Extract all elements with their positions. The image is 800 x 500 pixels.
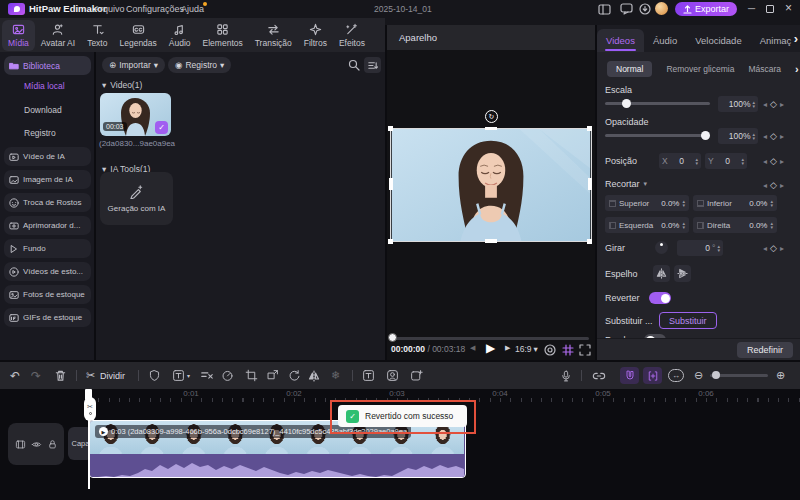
flip-vertical-button[interactable] <box>674 265 691 282</box>
tab-audio-inspector[interactable]: Áudio <box>644 29 686 52</box>
reverter-toggle[interactable] <box>649 292 671 304</box>
speed-icon[interactable] <box>221 367 234 384</box>
text-frame-icon[interactable] <box>362 367 375 384</box>
tab-transicao[interactable]: Transição <box>249 20 298 51</box>
freeze-frame-icon[interactable]: ❄ <box>331 367 340 384</box>
tab-elementos[interactable]: Elementos <box>197 20 249 51</box>
layout-panels-icon[interactable] <box>597 3 611 15</box>
crop-direita-field[interactable]: Direita 0.0% ▴▾ <box>693 217 777 233</box>
posicao-x-field[interactable]: X0 ▴▾ <box>659 153 701 169</box>
marker-icon[interactable] <box>148 367 161 384</box>
escala-value[interactable]: 100% ▴▾ <box>718 96 758 112</box>
zoom-out-icon[interactable]: ⊖ <box>694 367 703 384</box>
opacidade-slider[interactable] <box>605 134 710 137</box>
link-clips-icon[interactable] <box>592 367 606 384</box>
escala-slider-knob[interactable] <box>622 99 631 108</box>
import-button[interactable]: ⊕ Importar ▾ <box>102 57 165 73</box>
sidebar-item-aprimorador[interactable]: Aprimorador d... <box>4 216 91 235</box>
add-frame-icon[interactable] <box>410 367 423 384</box>
tabs-overflow-chevron[interactable]: › <box>794 31 798 46</box>
handle-top[interactable] <box>485 127 497 131</box>
snapshot-icon[interactable] <box>544 344 556 356</box>
subtab-mascara[interactable]: Máscara <box>748 64 781 74</box>
sort-list-icon[interactable] <box>364 57 381 73</box>
aspect-ratio-dropdown[interactable]: 16:9 ▾ <box>515 344 538 354</box>
track-lock-icon[interactable] <box>47 439 58 450</box>
crop-icon[interactable] <box>245 367 258 384</box>
handle-bottom-right[interactable] <box>587 239 592 244</box>
sidebar-item-gifs-estoque[interactable]: GIFs de estoque <box>4 308 91 327</box>
tab-audio[interactable]: Áudio <box>163 20 197 51</box>
sidebar-item-troca-rostos[interactable]: Troca de Rostos <box>4 193 91 212</box>
mirror-clip-icon[interactable] <box>308 367 320 384</box>
avatar-sticker-icon[interactable] <box>386 367 399 384</box>
recortar-keyframe[interactable]: ◂◇▸ <box>763 180 784 190</box>
playhead-split-handle[interactable]: ✂ <box>84 397 96 421</box>
microphone-icon[interactable] <box>560 367 572 384</box>
escala-slider[interactable] <box>605 102 710 105</box>
tab-midia[interactable]: Mídia <box>2 20 35 51</box>
sidebar-item-biblioteca[interactable]: Biblioteca <box>4 56 91 75</box>
subtabs-overflow-chevron[interactable]: › <box>795 63 799 75</box>
opacidade-keyframe[interactable]: ◂◇▸ <box>763 131 784 141</box>
timeline-zoom-slider[interactable] <box>710 374 768 377</box>
rotate-handle[interactable]: ↻ <box>485 110 498 123</box>
tab-avatar-ai[interactable]: Avatar AI <box>35 20 81 51</box>
girar-dial[interactable] <box>655 241 668 254</box>
scissors-icon[interactable]: ✂ <box>86 367 95 384</box>
export-button[interactable]: Exportar <box>675 2 737 16</box>
preview-video-frame[interactable] <box>390 128 592 242</box>
escala-keyframe[interactable]: ◂◇▸ <box>763 99 784 109</box>
video-section-header[interactable]: ▾ Video(1) <box>102 80 142 90</box>
subtab-remover[interactable]: Remover glicemia <box>666 64 734 74</box>
play-button[interactable]: ▶ <box>486 341 495 355</box>
remove-subtitle-icon[interactable] <box>200 367 214 384</box>
prev-frame-button[interactable]: ◀ <box>470 344 475 352</box>
scrubber-knob[interactable] <box>388 333 397 342</box>
track-visibility-icon[interactable] <box>31 439 42 450</box>
export-frame-icon[interactable] <box>266 367 279 384</box>
trash-icon[interactable] <box>54 367 67 384</box>
tab-efeitos[interactable]: Efeitos <box>333 20 371 51</box>
handle-bottom-left[interactable] <box>388 239 393 244</box>
menu-arquivo[interactable]: Arquivo <box>94 4 125 14</box>
posicao-y-field[interactable]: Y0 ▴▾ <box>705 153 747 169</box>
undo-icon[interactable]: ↶ <box>10 367 20 384</box>
record-button[interactable]: ◉ Registro ▾ <box>168 57 231 73</box>
recortar-header[interactable]: Recortar ▾ <box>605 179 647 189</box>
crop-esquerda-field[interactable]: Esquerda 0.0% ▴▾ <box>605 217 689 233</box>
sidebar-item-fotos-estoque[interactable]: Fotos de estoque <box>4 285 91 304</box>
sidebar-item-imagem-ia[interactable]: Imagem de IA <box>4 170 91 189</box>
tab-legendas[interactable]: Legendas <box>113 20 162 51</box>
flip-horizontal-button[interactable] <box>653 265 670 282</box>
tab-velocidade[interactable]: Velocidade <box>686 29 750 52</box>
safe-zone-grid-icon[interactable] <box>562 344 574 356</box>
sidebar-item-videos-estoque[interactable]: Vídeos de esto... <box>4 262 91 281</box>
preview-scrubber[interactable] <box>391 337 589 340</box>
subtab-normal[interactable]: Normal <box>607 61 652 77</box>
text-template-icon[interactable]: ▾ <box>172 367 190 384</box>
sidebar-item-fundo[interactable]: Fundo <box>4 239 91 258</box>
tab-filtros[interactable]: Filtros <box>298 20 333 51</box>
tab-videos[interactable]: Videos <box>597 29 644 52</box>
tab-texto[interactable]: Texto <box>81 20 113 51</box>
sidebar-item-video-ia[interactable]: Vídeo de IA <box>4 147 91 166</box>
ai-generation-card[interactable]: Geração com IA <box>100 172 173 225</box>
girar-value[interactable]: 0 ° ▴▾ <box>677 240 723 256</box>
substituir-button[interactable]: Substituir <box>659 312 717 329</box>
feedback-icon[interactable] <box>619 3 633 15</box>
handle-left[interactable] <box>389 178 393 190</box>
sidebar-item-registro[interactable]: Registro <box>24 128 56 138</box>
close-button[interactable]: × <box>785 1 792 15</box>
split-button[interactable]: Dividir <box>100 367 125 384</box>
maximize-button[interactable] <box>766 5 774 13</box>
reverse-play-icon[interactable] <box>288 367 301 384</box>
sidebar-item-midia-local[interactable]: Mídia local <box>24 81 65 91</box>
search-icon[interactable] <box>345 57 362 73</box>
girar-keyframe[interactable]: ◂◇▸ <box>763 243 784 253</box>
crop-superior-field[interactable]: Superior 0.0% ▴▾ <box>605 195 689 211</box>
handle-right[interactable] <box>588 178 592 190</box>
sidebar-item-download[interactable]: Download <box>24 105 62 115</box>
minimize-button[interactable]: ─ <box>748 3 755 14</box>
zoom-in-icon[interactable]: ⊕ <box>776 367 785 384</box>
